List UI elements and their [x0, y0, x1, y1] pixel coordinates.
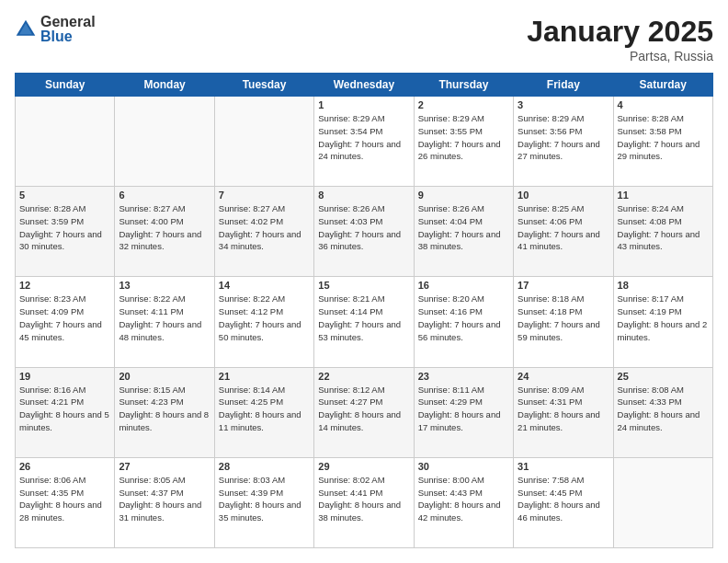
- day-number: 2: [418, 99, 509, 110]
- day-info: Sunrise: 8:22 AMSunset: 4:11 PMDaylight:…: [119, 293, 210, 343]
- sunset-text: Sunset: 4:14 PM: [318, 305, 409, 318]
- sunset-text: Sunset: 4:08 PM: [618, 215, 709, 228]
- col-tuesday: Tuesday: [214, 74, 313, 97]
- col-sunday: Sunday: [16, 74, 115, 97]
- day-info: Sunrise: 8:16 AMSunset: 4:21 PMDaylight:…: [19, 384, 110, 434]
- day-number: 25: [618, 371, 709, 382]
- day-info: Sunrise: 8:23 AMSunset: 4:09 PMDaylight:…: [19, 293, 110, 343]
- sunset-text: Sunset: 4:45 PM: [518, 487, 609, 500]
- table-row: 20Sunrise: 8:15 AMSunset: 4:23 PMDayligh…: [115, 367, 214, 457]
- day-info: Sunrise: 8:06 AMSunset: 4:35 PMDaylight:…: [19, 474, 110, 524]
- sunset-text: Sunset: 4:00 PM: [119, 215, 210, 228]
- table-row: 16Sunrise: 8:20 AMSunset: 4:16 PMDayligh…: [414, 277, 513, 367]
- title-block: January 2025 Partsa, Russia: [527, 15, 713, 63]
- sunset-text: Sunset: 4:41 PM: [318, 487, 409, 500]
- day-info: Sunrise: 8:09 AMSunset: 4:31 PMDaylight:…: [518, 384, 609, 434]
- table-row: 30Sunrise: 8:00 AMSunset: 4:43 PMDayligh…: [414, 457, 513, 547]
- table-row: [115, 97, 214, 187]
- sunset-text: Sunset: 4:16 PM: [418, 305, 509, 318]
- daylight-text: Daylight: 7 hours and 27 minutes.: [518, 138, 609, 164]
- table-row: 3Sunrise: 8:29 AMSunset: 3:56 PMDaylight…: [514, 97, 613, 187]
- day-info: Sunrise: 8:29 AMSunset: 3:54 PMDaylight:…: [318, 112, 409, 163]
- sunrise-text: Sunrise: 8:18 AM: [518, 293, 609, 305]
- day-info: Sunrise: 8:25 AMSunset: 4:06 PMDaylight:…: [518, 202, 609, 253]
- sunrise-text: Sunrise: 8:21 AM: [318, 293, 409, 305]
- table-row: 8Sunrise: 8:26 AMSunset: 4:03 PMDaylight…: [314, 187, 414, 277]
- sunset-text: Sunset: 4:27 PM: [318, 396, 409, 408]
- table-row: 17Sunrise: 8:18 AMSunset: 4:18 PMDayligh…: [514, 277, 613, 367]
- table-row: 2Sunrise: 8:29 AMSunset: 3:55 PMDaylight…: [414, 97, 513, 187]
- table-row: [613, 457, 712, 547]
- daylight-text: Daylight: 7 hours and 36 minutes.: [318, 228, 409, 254]
- sunset-text: Sunset: 3:55 PM: [418, 125, 509, 138]
- table-row: 12Sunrise: 8:23 AMSunset: 4:09 PMDayligh…: [16, 277, 115, 367]
- sunset-text: Sunset: 4:02 PM: [219, 215, 310, 228]
- table-row: 10Sunrise: 8:25 AMSunset: 4:06 PMDayligh…: [514, 187, 613, 277]
- sunrise-text: Sunrise: 8:08 AM: [618, 384, 709, 396]
- day-info: Sunrise: 8:24 AMSunset: 4:08 PMDaylight:…: [618, 202, 709, 253]
- day-number: 11: [618, 190, 709, 201]
- day-number: 16: [418, 280, 509, 291]
- sunrise-text: Sunrise: 8:29 AM: [418, 112, 509, 125]
- day-info: Sunrise: 8:14 AMSunset: 4:25 PMDaylight:…: [219, 384, 310, 434]
- sunset-text: Sunset: 4:35 PM: [19, 487, 110, 500]
- calendar-header-row: Sunday Monday Tuesday Wednesday Thursday…: [16, 74, 713, 97]
- daylight-text: Daylight: 8 hours and 28 minutes.: [19, 499, 110, 524]
- sunrise-text: Sunrise: 8:17 AM: [618, 293, 709, 305]
- sunset-text: Sunset: 4:31 PM: [518, 396, 609, 408]
- table-row: 26Sunrise: 8:06 AMSunset: 4:35 PMDayligh…: [16, 457, 115, 547]
- daylight-text: Daylight: 8 hours and 11 minutes.: [219, 408, 310, 434]
- sunset-text: Sunset: 4:19 PM: [618, 305, 709, 318]
- sunrise-text: Sunrise: 8:20 AM: [418, 293, 509, 305]
- sunrise-text: Sunrise: 8:28 AM: [618, 112, 709, 125]
- sunrise-text: Sunrise: 8:23 AM: [19, 293, 110, 305]
- daylight-text: Daylight: 7 hours and 34 minutes.: [219, 228, 310, 254]
- sunrise-text: Sunrise: 8:02 AM: [318, 474, 409, 487]
- table-row: 15Sunrise: 8:21 AMSunset: 4:14 PMDayligh…: [314, 277, 414, 367]
- day-info: Sunrise: 8:29 AMSunset: 3:56 PMDaylight:…: [518, 112, 609, 163]
- daylight-text: Daylight: 7 hours and 50 minutes.: [219, 318, 310, 344]
- sunrise-text: Sunrise: 8:27 AM: [219, 202, 310, 215]
- table-row: 13Sunrise: 8:22 AMSunset: 4:11 PMDayligh…: [115, 277, 214, 367]
- day-info: Sunrise: 8:26 AMSunset: 4:03 PMDaylight:…: [318, 202, 409, 253]
- day-info: Sunrise: 8:20 AMSunset: 4:16 PMDaylight:…: [418, 293, 509, 343]
- day-info: Sunrise: 8:18 AMSunset: 4:18 PMDaylight:…: [518, 293, 609, 343]
- logo: General Blue: [15, 15, 96, 44]
- daylight-text: Daylight: 7 hours and 24 minutes.: [318, 138, 409, 164]
- day-number: 1: [318, 99, 409, 110]
- month-title: January 2025: [527, 15, 713, 49]
- table-row: 4Sunrise: 8:28 AMSunset: 3:58 PMDaylight…: [613, 97, 712, 187]
- sunset-text: Sunset: 4:18 PM: [518, 305, 609, 318]
- sunset-text: Sunset: 4:33 PM: [618, 396, 709, 408]
- table-row: 14Sunrise: 8:22 AMSunset: 4:12 PMDayligh…: [214, 277, 313, 367]
- table-row: 22Sunrise: 8:12 AMSunset: 4:27 PMDayligh…: [314, 367, 414, 457]
- daylight-text: Daylight: 7 hours and 41 minutes.: [518, 228, 609, 254]
- day-info: Sunrise: 8:22 AMSunset: 4:12 PMDaylight:…: [219, 293, 310, 343]
- table-row: 1Sunrise: 8:29 AMSunset: 3:54 PMDaylight…: [314, 97, 414, 187]
- daylight-text: Daylight: 8 hours and 5 minutes.: [19, 408, 110, 434]
- daylight-text: Daylight: 7 hours and 38 minutes.: [418, 228, 509, 254]
- table-row: 11Sunrise: 8:24 AMSunset: 4:08 PMDayligh…: [613, 187, 712, 277]
- sunset-text: Sunset: 4:03 PM: [318, 215, 409, 228]
- table-row: 18Sunrise: 8:17 AMSunset: 4:19 PMDayligh…: [613, 277, 712, 367]
- table-row: 24Sunrise: 8:09 AMSunset: 4:31 PMDayligh…: [514, 367, 613, 457]
- day-number: 30: [418, 461, 509, 472]
- day-number: 7: [219, 190, 310, 201]
- day-number: 12: [19, 280, 110, 291]
- sunset-text: Sunset: 4:37 PM: [119, 487, 210, 500]
- daylight-text: Daylight: 8 hours and 24 minutes.: [618, 408, 709, 434]
- daylight-text: Daylight: 8 hours and 14 minutes.: [318, 408, 409, 434]
- sunrise-text: Sunrise: 8:16 AM: [19, 384, 110, 396]
- table-row: 31Sunrise: 7:58 AMSunset: 4:45 PMDayligh…: [514, 457, 613, 547]
- daylight-text: Daylight: 7 hours and 59 minutes.: [518, 318, 609, 344]
- day-info: Sunrise: 8:27 AMSunset: 4:00 PMDaylight:…: [119, 202, 210, 253]
- day-info: Sunrise: 8:12 AMSunset: 4:27 PMDaylight:…: [318, 384, 409, 434]
- sunset-text: Sunset: 4:43 PM: [418, 487, 509, 500]
- daylight-text: Daylight: 8 hours and 8 minutes.: [119, 408, 210, 434]
- sunset-text: Sunset: 4:11 PM: [119, 305, 210, 318]
- day-info: Sunrise: 8:02 AMSunset: 4:41 PMDaylight:…: [318, 474, 409, 524]
- day-number: 21: [219, 371, 310, 382]
- daylight-text: Daylight: 8 hours and 17 minutes.: [418, 408, 509, 434]
- day-info: Sunrise: 8:28 AMSunset: 3:58 PMDaylight:…: [618, 112, 709, 163]
- sunrise-text: Sunrise: 8:29 AM: [318, 112, 409, 125]
